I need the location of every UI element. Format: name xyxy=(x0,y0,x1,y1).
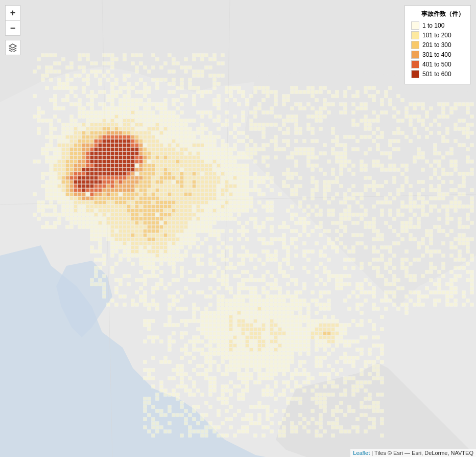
legend-swatch xyxy=(411,70,419,78)
zoom-out-button[interactable]: − xyxy=(5,20,20,36)
leaflet-link[interactable]: Leaflet xyxy=(353,450,370,456)
legend-item: 1 to 100 xyxy=(411,21,464,30)
legend-label: 101 to 200 xyxy=(422,32,451,39)
attribution: Leaflet | Tiles © Esri — Esri, DeLorme, … xyxy=(350,449,476,457)
legend-item: 501 to 600 xyxy=(411,70,464,78)
legend-swatch xyxy=(411,60,419,68)
legend-swatch xyxy=(411,31,419,39)
legend-item: 101 to 200 xyxy=(411,31,464,39)
layers-button[interactable] xyxy=(5,40,20,55)
legend-label: 201 to 300 xyxy=(422,41,451,49)
legend-label: 301 to 400 xyxy=(422,51,451,58)
map-controls: + − xyxy=(5,5,20,55)
map-container[interactable]: + − 事故件数（件） 1 to 100101 to 200201 to 300… xyxy=(0,0,476,457)
legend-items: 1 to 100101 to 200201 to 300301 to 40040… xyxy=(411,21,464,78)
layers-icon xyxy=(9,43,17,52)
legend-swatch xyxy=(411,21,419,30)
legend-swatch xyxy=(411,51,419,59)
legend: 事故件数（件） 1 to 100101 to 200201 to 300301 … xyxy=(404,5,471,84)
tiles-attribution: | Tiles © Esri — Esri, DeLorme, NAVTEQ xyxy=(371,450,473,456)
legend-item: 201 to 300 xyxy=(411,41,464,49)
legend-swatch xyxy=(411,41,419,49)
legend-item: 301 to 400 xyxy=(411,51,464,59)
legend-item: 401 to 500 xyxy=(411,60,464,68)
legend-label: 1 to 100 xyxy=(422,22,444,29)
zoom-in-button[interactable]: + xyxy=(5,5,20,20)
legend-title: 事故件数（件） xyxy=(411,10,464,18)
legend-label: 501 to 600 xyxy=(422,71,451,78)
legend-label: 401 to 500 xyxy=(422,61,451,68)
